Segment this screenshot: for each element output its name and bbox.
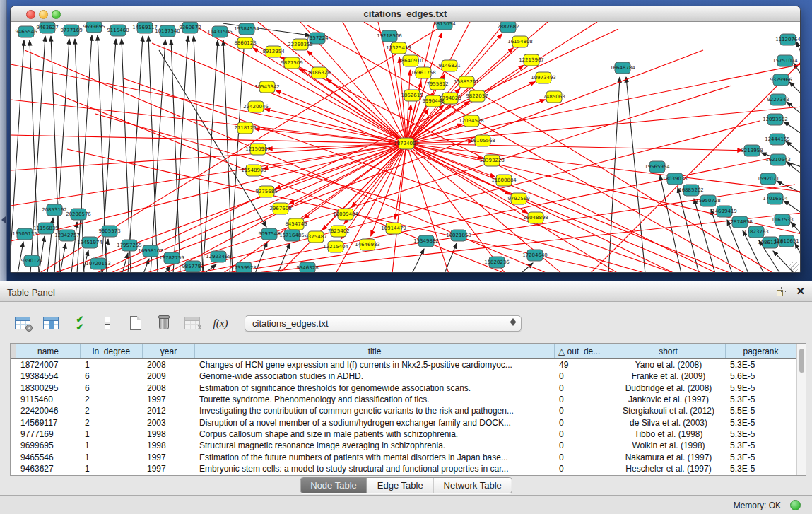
- table-selector[interactable]: citations_edges.txt: [245, 315, 522, 332]
- table-cell[interactable]: 1: [81, 463, 143, 474]
- graph-edge[interactable]: [122, 39, 131, 273]
- table-cell[interactable]: Estimation of significance thresholds fo…: [195, 382, 555, 394]
- column-header-short[interactable]: short: [611, 344, 726, 358]
- graph-edge[interactable]: [101, 39, 116, 273]
- table-cell[interactable]: 1997: [143, 451, 195, 462]
- table-cell[interactable]: 0: [555, 405, 611, 416]
- table-cell[interactable]: 5.5E-5: [726, 405, 796, 416]
- table-cell[interactable]: Jankovic et al. (1997): [611, 394, 726, 405]
- close-window-button[interactable]: [26, 10, 35, 19]
- table-cell[interactable]: 0: [555, 463, 611, 474]
- table-cell[interactable]: 0: [555, 451, 611, 462]
- table-cell[interactable]: 2008: [143, 382, 195, 394]
- table-cell[interactable]: 1: [81, 428, 143, 440]
- table-cell[interactable]: Embryonic stem cells: a model to study s…: [195, 463, 555, 474]
- table-cell[interactable]: 0: [555, 440, 611, 451]
- table-cell[interactable]: Changes of HCN gene expression and I(f) …: [195, 359, 555, 370]
- table-row[interactable]: 969969511998Structural magnetic resonanc…: [11, 440, 796, 451]
- table-row[interactable]: 1456911722003Disruption of a novel membe…: [11, 416, 796, 428]
- table-row[interactable]: 1938455462009Genome-wide association stu…: [11, 370, 796, 382]
- network-window[interactable]: citations_edges.txt 94655469463627977716…: [10, 6, 801, 273]
- table-cell[interactable]: 1998: [143, 428, 195, 440]
- function-builder-button[interactable]: f(x): [211, 313, 230, 333]
- graph-edge[interactable]: [608, 77, 620, 273]
- table-cell[interactable]: 0: [555, 382, 611, 394]
- table-cell[interactable]: Genome-wide association studies in ADHD.: [195, 370, 555, 382]
- float-panel-icon[interactable]: [777, 286, 787, 296]
- table-cell[interactable]: Stergiakouli et al. (2012): [611, 405, 726, 416]
- column-header-out_de[interactable]: △ out_de...: [555, 344, 611, 358]
- panel-collapse-arrow-icon[interactable]: [1, 216, 6, 223]
- table-cell[interactable]: 2: [81, 416, 143, 428]
- table-row[interactable]: 977716911998Corpus callosum shape and si…: [11, 428, 796, 440]
- table-row[interactable]: 911546021997Tourette syndrome. Phenomeno…: [11, 394, 796, 405]
- column-header-year[interactable]: year: [143, 344, 195, 358]
- table-cell[interactable]: Yano et al. (2008): [611, 359, 726, 370]
- graph-edge[interactable]: [124, 78, 675, 273]
- column-header-title[interactable]: title: [195, 344, 555, 358]
- graph-edge[interactable]: [11, 144, 406, 241]
- table-cell[interactable]: 18300295: [16, 382, 81, 394]
- table-cell[interactable]: Tibbo et al. (1998): [611, 428, 726, 440]
- minimize-window-button[interactable]: [39, 10, 48, 19]
- table-cell[interactable]: 2: [81, 394, 143, 405]
- graph-edge[interactable]: [786, 141, 800, 153]
- table-cell[interactable]: 6: [81, 382, 143, 394]
- graph-edge[interactable]: [784, 122, 800, 134]
- graph-edge[interactable]: [796, 42, 800, 54]
- tab-network-table[interactable]: Network Table: [434, 478, 512, 493]
- table-cell[interactable]: 1997: [143, 463, 195, 474]
- table-cell[interactable]: 1: [81, 451, 143, 462]
- table-cell[interactable]: 2: [81, 405, 143, 416]
- tab-edge-table[interactable]: Edge Table: [367, 478, 434, 493]
- table-cell[interactable]: Estimation of the future numbers of pati…: [195, 451, 555, 462]
- graph-edge[interactable]: [194, 36, 203, 273]
- table-mode-button[interactable]: [13, 313, 33, 333]
- graph-edge[interactable]: [98, 35, 107, 273]
- table-cell[interactable]: 5.3E-5: [726, 359, 796, 370]
- table-cell[interactable]: 1998: [143, 440, 195, 451]
- table-cell[interactable]: 9777169: [16, 428, 81, 440]
- column-header-name[interactable]: name: [16, 344, 81, 358]
- table-cell[interactable]: 9463627: [16, 463, 81, 474]
- table-cell[interactable]: 1: [81, 359, 143, 370]
- tab-node-table[interactable]: Node Table: [300, 478, 367, 493]
- table-cell[interactable]: Corpus callosum shape and size in male p…: [195, 428, 555, 440]
- graph-edge[interactable]: [18, 242, 23, 273]
- table-cell[interactable]: 5.3E-5: [726, 416, 796, 428]
- scrollbar-thumb[interactable]: [799, 349, 804, 373]
- table-cell[interactable]: 0: [555, 370, 611, 382]
- network-svg[interactable]: 9465546946362797771699699695911546014569…: [11, 22, 800, 273]
- table-cell[interactable]: de Silva et al. (2003): [611, 416, 726, 428]
- table-cell[interactable]: 5.3E-5: [726, 440, 796, 451]
- window-resize-grip[interactable]: [789, 262, 799, 272]
- table-cell[interactable]: 5.3E-5: [726, 428, 796, 440]
- table-row[interactable]: 1872400712008Changes of HCN gene express…: [11, 359, 796, 370]
- table-cell[interactable]: 2008: [143, 359, 195, 370]
- table-cell[interactable]: 5.9E-5: [726, 382, 796, 394]
- vertical-scrollbar[interactable]: [796, 344, 806, 475]
- table-cell[interactable]: Tourette syndrome. Phenomenology and cla…: [195, 394, 555, 405]
- table-cell[interactable]: 2003: [143, 416, 195, 428]
- close-panel-icon[interactable]: ✕: [796, 286, 805, 296]
- table-cell[interactable]: Disruption of a novel member of a sodium…: [195, 416, 555, 428]
- table-row[interactable]: 1830029562008Estimation of significance …: [11, 382, 796, 394]
- table-cell[interactable]: Dudbridge et al. (2008): [611, 382, 726, 394]
- graph-edge[interactable]: [789, 82, 800, 94]
- table-cell[interactable]: 5.6E-5: [726, 370, 796, 382]
- graph-edge[interactable]: [95, 29, 618, 273]
- show-column-button[interactable]: [41, 313, 61, 333]
- column-header-in_degree[interactable]: in_degree: [81, 344, 143, 358]
- graph-edge[interactable]: [412, 249, 424, 273]
- graph-edge[interactable]: [39, 236, 45, 273]
- graph-edge[interactable]: [303, 144, 406, 218]
- graph-edge[interactable]: [11, 144, 406, 170]
- column-header-pagerank[interactable]: pagerank: [726, 344, 796, 358]
- delete-column-button[interactable]: [154, 313, 174, 333]
- table-cell[interactable]: 14569117: [16, 416, 81, 428]
- table-cell[interactable]: 0: [555, 428, 611, 440]
- table-cell[interactable]: 49: [555, 359, 611, 370]
- table-cell[interactable]: 9465546: [16, 451, 81, 462]
- table-cell[interactable]: 6: [81, 370, 143, 382]
- table-cell[interactable]: Structural magnetic resonance image aver…: [195, 440, 555, 451]
